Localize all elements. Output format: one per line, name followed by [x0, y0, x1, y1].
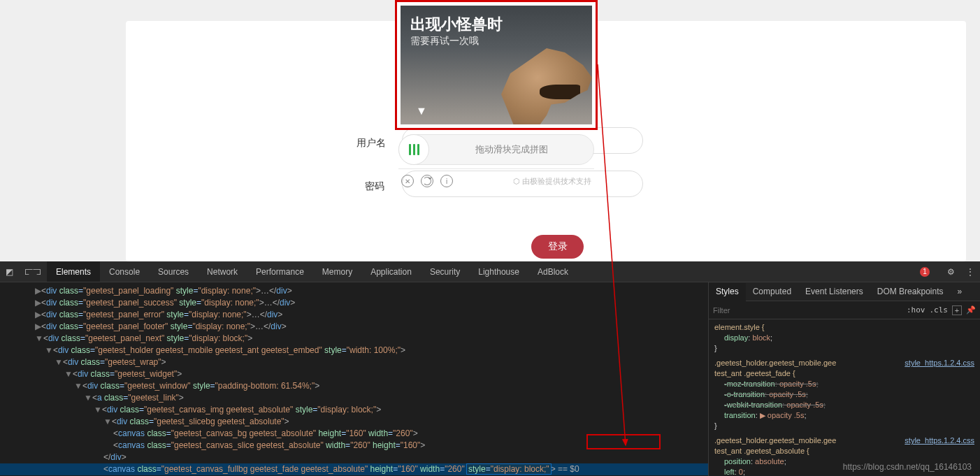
dom-tree[interactable]: ▶<div class="geetest_panel_loading" styl… — [0, 282, 708, 476]
stab-listeners[interactable]: Event Listeners — [798, 282, 870, 301]
tab-application[interactable]: Application — [361, 261, 421, 282]
dom-node[interactable]: ▶<div class="geetest_panel_success" styl… — [0, 297, 708, 309]
captcha-brand: ⬡ 由极验提供技术支持 — [513, 176, 591, 187]
dom-node[interactable]: ▼<div class="geetest_slicebg geetest_abs… — [0, 416, 708, 428]
filter-row: :hov .cls + 📌 — [709, 301, 980, 319]
tab-console[interactable]: Console — [100, 261, 149, 282]
captcha-subtitle: 需要再试一次哦 — [410, 35, 479, 48]
captcha-image: 出现小怪兽时 需要再试一次哦 ▼ — [401, 6, 592, 124]
devtools-tabs: ◩ ⫍⫎ Elements Console Sources Network Pe… — [0, 261, 980, 282]
cls-chip[interactable]: .cls — [930, 305, 949, 315]
dom-node[interactable]: ▼<div class="geetest_canvas_img geetest_… — [0, 404, 708, 416]
inspect-icon[interactable]: ◩ — [0, 261, 19, 282]
shield-icon: ⬡ — [513, 177, 520, 186]
devtools: ◩ ⫍⫎ Elements Console Sources Network Pe… — [0, 261, 980, 476]
device-icon[interactable]: ⫍⫎ — [19, 261, 47, 282]
stab-breakpoints[interactable]: DOM Breakpoints — [870, 282, 951, 301]
gear-icon[interactable]: ⚙ — [942, 261, 960, 282]
filter-input[interactable] — [713, 306, 902, 315]
pin-icon[interactable]: 📌 — [966, 305, 976, 315]
slider-hint: 拖动滑块完成拼图 — [429, 143, 593, 156]
password-label: 密码 — [365, 180, 384, 193]
dom-node[interactable]: ▶<div class="geetest_panel_loading" styl… — [0, 285, 708, 297]
stab-computed[interactable]: Computed — [746, 282, 798, 301]
tab-performance[interactable]: Performance — [247, 261, 313, 282]
tab-elements[interactable]: Elements — [47, 261, 100, 282]
styles-pane: Styles Computed Event Listeners DOM Brea… — [708, 282, 980, 476]
captcha-footer: ✕ i ⬡ 由极验提供技术支持 — [398, 168, 594, 190]
refresh-icon[interactable] — [421, 175, 433, 187]
tab-lighthouse[interactable]: Lighthouse — [469, 261, 528, 282]
slider-handle[interactable] — [398, 134, 429, 165]
dom-node[interactable]: <canvas class="geetest_canvas_fullbg gee… — [0, 463, 708, 475]
tab-security[interactable]: Security — [421, 261, 469, 282]
tab-memory[interactable]: Memory — [313, 261, 361, 282]
tab-adblock[interactable]: AdBlock — [528, 261, 577, 282]
dom-node[interactable]: ▼<div class="geetest_holder geetest_mobi… — [0, 345, 708, 356]
error-indicator[interactable]: 1 — [911, 261, 942, 282]
stab-more[interactable]: » — [950, 282, 969, 301]
info-icon[interactable]: i — [440, 175, 453, 187]
captcha-title: 出现小怪兽时 — [410, 14, 503, 35]
hov-chip[interactable]: :hov — [907, 305, 925, 315]
username-label: 用户名 — [356, 137, 386, 150]
dom-node[interactable]: ▼<div class="geetest_wrap"> — [0, 356, 708, 368]
watermark: https://blog.csdn.net/qq_16146103 — [843, 462, 972, 472]
dom-node[interactable]: ▼<div class="geetest_widget"> — [0, 368, 708, 380]
close-icon[interactable]: ✕ — [401, 175, 414, 187]
side-tabs: Styles Computed Event Listeners DOM Brea… — [709, 282, 980, 301]
more-icon[interactable]: ⋮ — [960, 261, 980, 282]
dom-node[interactable]: ▼<a class="geetest_link"> — [0, 392, 708, 404]
tab-sources[interactable]: Sources — [149, 261, 198, 282]
login-button[interactable]: 登录 — [531, 235, 584, 259]
dom-node[interactable]: ▶<div class="geetest_panel_footer" style… — [0, 321, 708, 333]
new-rule-button[interactable]: + — [952, 305, 962, 315]
dinosaur-graphic — [501, 44, 592, 124]
slider-track: 拖动滑块完成拼图 — [398, 134, 594, 165]
down-arrow-icon: ▼ — [416, 105, 427, 117]
captcha-panel: 出现小怪兽时 需要再试一次哦 ▼ 拖动滑块完成拼图 ✕ i ⬡ 由极验提供技术支… — [395, 0, 598, 190]
captcha-image-box: 出现小怪兽时 需要再试一次哦 ▼ — [395, 0, 598, 130]
style-rules[interactable]: element.style {display: block;}style_htt… — [709, 319, 980, 476]
devtools-body: ▶<div class="geetest_panel_loading" styl… — [0, 282, 980, 476]
dom-node[interactable]: <canvas class="geetest_canvas_slice geet… — [0, 440, 708, 452]
tab-network[interactable]: Network — [198, 261, 247, 282]
dom-node[interactable]: ▶<div class="geetest_panel_error" style=… — [0, 309, 708, 321]
dom-node[interactable]: ▼<div class="geetest_panel_next" style="… — [0, 333, 708, 345]
slider-bars-icon — [409, 144, 419, 155]
stab-styles[interactable]: Styles — [709, 283, 746, 301]
dom-node[interactable]: ▼<div class="geetest_window" style="padd… — [0, 380, 708, 392]
dom-node[interactable]: </div> — [0, 452, 708, 463]
dom-node[interactable]: <canvas class="geetest_canvas_bg geetest… — [0, 428, 708, 440]
page-upper: 用户名 密码 登录 出现小怪兽时 需要再试一次哦 ▼ 拖动滑块完成拼图 ✕ i — [0, 0, 980, 261]
